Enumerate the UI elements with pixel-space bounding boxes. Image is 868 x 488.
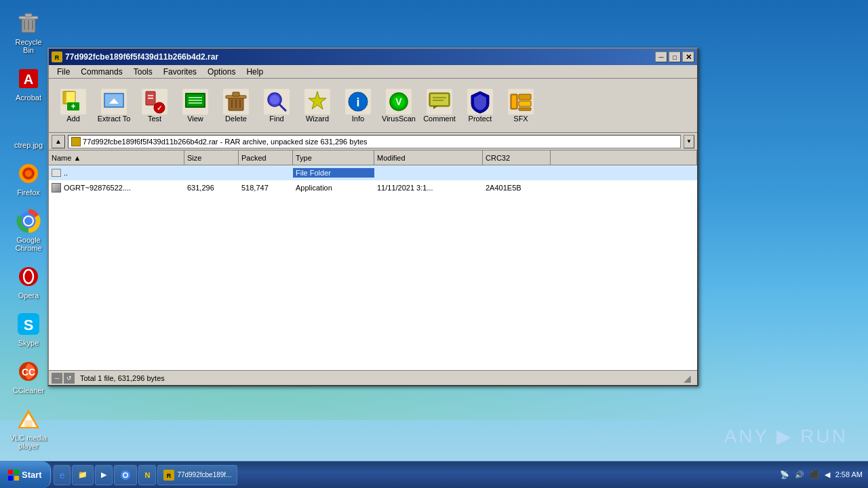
taskbar-norton[interactable]: N: [138, 465, 156, 485]
test-icon: ✓: [142, 89, 167, 115]
start-button[interactable]: Start: [0, 462, 51, 488]
toolbar-add[interactable]: + Add: [54, 82, 92, 129]
desktop-icon-recycle-bin[interactable]: Recycle Bin: [7, 7, 50, 57]
desktop-icon-chrome[interactable]: Google Chrome: [7, 205, 50, 255]
show-desktop-icon[interactable]: ⬛: [810, 470, 819, 479]
view-icon: [182, 89, 208, 115]
status-icon-1: ─: [52, 373, 62, 384]
desktop-icon-skype[interactable]: S Skype: [7, 308, 50, 350]
desktop-icon-ccleaner[interactable]: CC CCleaner: [7, 355, 50, 397]
toolbar-delete[interactable]: Delete: [217, 82, 255, 129]
protect-icon: [467, 89, 493, 115]
maximize-button[interactable]: □: [669, 52, 681, 62]
menu-file[interactable]: File: [52, 66, 75, 78]
col-type[interactable]: Type: [293, 150, 374, 165]
start-label: Start: [22, 470, 42, 480]
toolbar-virusscan[interactable]: V VirusScan: [380, 82, 418, 129]
toolbar-wizard[interactable]: Wizard: [298, 82, 336, 129]
svg-rect-70: [431, 94, 448, 105]
ie-icon: e: [60, 470, 65, 481]
file-extra: [551, 187, 697, 188]
svg-rect-80: [519, 108, 531, 110]
toolbar-extract-to[interactable]: Extract To: [95, 82, 133, 129]
toolbar-find[interactable]: Find: [258, 82, 296, 129]
close-button[interactable]: ✕: [682, 52, 694, 62]
up-button[interactable]: ▲: [52, 135, 65, 148]
menu-options[interactable]: Options: [202, 66, 241, 78]
file-packed: [239, 172, 293, 174]
table-row[interactable]: .. File Folder: [49, 165, 697, 180]
svg-rect-82: [14, 470, 19, 474]
svg-rect-78: [519, 94, 531, 100]
winrar-title-icon: R: [52, 52, 62, 62]
col-crc32[interactable]: CRC32: [483, 150, 551, 165]
menu-commands[interactable]: Commands: [75, 66, 127, 78]
status-bar: ─ ↺ Total 1 file, 631,296 bytes ◢: [49, 370, 697, 385]
svg-text:V: V: [395, 96, 402, 107]
col-name[interactable]: Name ▲: [49, 150, 184, 165]
minimize-button[interactable]: ─: [655, 52, 667, 62]
toolbar-sfx[interactable]: SFX: [502, 82, 540, 129]
clock: 2:58 AM: [835, 470, 863, 479]
svg-text:✓: ✓: [157, 104, 162, 112]
taskbar-explorer[interactable]: 📁: [72, 465, 94, 485]
desktop-icon-ctrep[interactable]: ctrep.jpg: [7, 110, 50, 152]
menu-favorites[interactable]: Favorites: [158, 66, 202, 78]
svg-text:S: S: [24, 317, 34, 333]
resize-handle[interactable]: ◢: [684, 373, 694, 384]
taskbar-items: e 📁 ▶ N: [51, 465, 774, 485]
volume-icon: 🔊: [795, 470, 804, 479]
svg-text:i: i: [356, 96, 359, 109]
winrar-taskbar-label: 77d992fcbe189f...: [177, 471, 231, 479]
desktop-icon-vlc[interactable]: VLC media player: [7, 403, 50, 453]
toolbar-protect[interactable]: Protect: [461, 82, 499, 129]
system-tray: 📡 🔊 ⬛ ◀ 2:58 AM: [774, 470, 868, 479]
extract-to-label: Extract To: [98, 115, 131, 123]
toolbar-view[interactable]: View: [176, 82, 214, 129]
acrobat-icon: A: [15, 65, 42, 92]
col-modified[interactable]: Modified: [374, 150, 483, 165]
table-row[interactable]: OGRT~92876522.... 631,296 518,747 Applic…: [49, 180, 697, 195]
address-dropdown[interactable]: ▼: [684, 135, 694, 148]
taskbar-media[interactable]: ▶: [95, 465, 113, 485]
info-icon: i: [345, 89, 371, 115]
address-rar-icon: [71, 137, 81, 146]
arrow-icon[interactable]: ◀: [825, 470, 830, 479]
file-name: OGRT~92876522....: [49, 182, 184, 193]
toolbar-test[interactable]: ✓ Test: [136, 82, 174, 129]
file-list-content[interactable]: .. File Folder OGRT~92876522.... 631,296…: [49, 165, 697, 370]
wizard-icon: [304, 89, 330, 115]
file-modified: [374, 172, 483, 174]
ctrep-label: ctrep.jpg: [14, 141, 43, 149]
address-input[interactable]: 77d992fcbe189f6f5f439d11b266b4d2.rar - R…: [68, 135, 681, 148]
file-name: ..: [49, 168, 184, 178]
title-bar: R 77d992fcbe189f6f5f439d11b266b4d2.rar ─…: [49, 49, 697, 65]
menu-help[interactable]: Help: [241, 66, 269, 78]
firefox-icon: [15, 160, 42, 187]
svg-text:+: +: [71, 102, 75, 111]
svg-text:CC: CC: [22, 367, 35, 378]
taskbar-ie[interactable]: e: [54, 465, 71, 485]
svg-rect-23: [24, 420, 33, 427]
col-packed[interactable]: Packed: [239, 150, 293, 165]
explorer-icon: 📁: [78, 470, 87, 479]
toolbar-comment[interactable]: Comment: [420, 82, 458, 129]
col-size[interactable]: Size: [184, 150, 239, 165]
file-size: [184, 172, 239, 174]
file-crc32: 2A401E5B: [483, 183, 551, 192]
desktop-icon-opera[interactable]: Opera: [7, 260, 50, 302]
menu-tools[interactable]: Tools: [128, 66, 158, 78]
svg-point-13: [24, 217, 33, 225]
desktop-icon-firefox[interactable]: Firefox: [7, 157, 50, 199]
svg-rect-84: [14, 476, 19, 481]
toolbar-info[interactable]: i Info: [339, 82, 377, 129]
ccleaner-label: CCleaner: [13, 386, 44, 394]
view-label: View: [187, 115, 203, 123]
taskbar-chrome[interactable]: [114, 465, 137, 485]
file-extra: [551, 172, 697, 174]
taskbar-winrar[interactable]: R 77d992fcbe189f...: [157, 465, 237, 485]
desktop-icon-acrobat[interactable]: A Acrobat: [7, 62, 50, 104]
svg-point-87: [124, 473, 127, 476]
sfx-label: SFX: [513, 115, 528, 123]
svg-rect-79: [519, 101, 531, 106]
